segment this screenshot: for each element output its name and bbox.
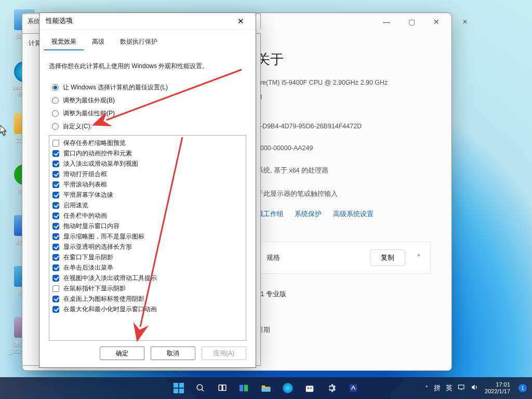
checklist-item[interactable]: 在窗口下显示阴影 xyxy=(52,252,243,262)
windows-spec-row[interactable]: 规格 复制 ˄ xyxy=(257,242,431,274)
svg-rect-11 xyxy=(244,385,248,392)
volume-icon[interactable] xyxy=(471,384,478,392)
device-id-value: 3-D9B4-4D79-95D6-26B914F4472D xyxy=(257,123,431,130)
dialog-title: 性能选项 xyxy=(46,17,73,25)
radio-label: 自定义(C): xyxy=(63,122,92,131)
store-button[interactable] xyxy=(300,379,319,397)
windows-edition-value: 11 专业版 xyxy=(257,289,431,299)
radio-label: 调整为最佳外观(B) xyxy=(63,96,115,105)
cancel-button[interactable]: 取消 xyxy=(151,347,195,360)
radio-icon xyxy=(52,110,59,117)
copy-button[interactable]: 复制 xyxy=(370,249,405,266)
system-tray[interactable]: ˄ 拼 英 xyxy=(425,383,478,393)
checklist-item[interactable]: 在单击后淡出菜单 xyxy=(52,262,243,273)
checklist-item[interactable]: 拖动时显示窗口内容 xyxy=(52,221,243,231)
explorer-button[interactable] xyxy=(257,379,275,397)
checklist-item[interactable]: 平滑滚动列表框 xyxy=(52,179,243,190)
settings-gear-button[interactable] xyxy=(322,379,341,397)
svg-point-6 xyxy=(197,384,203,390)
radio-best-performance[interactable]: 调整为最佳性能(P) xyxy=(52,109,246,118)
link-system-protection[interactable]: 系统保护 xyxy=(295,210,322,218)
ok-button[interactable]: 确定 xyxy=(100,347,144,360)
checklist-item-label: 滑动打开组合框 xyxy=(63,169,107,179)
link-advanced-system-settings[interactable]: 高级系统设置 xyxy=(333,210,374,218)
ime-indicator-1[interactable]: 拼 xyxy=(434,383,441,393)
checklist-item[interactable]: 显示缩略图，而不是显示图标 xyxy=(52,231,243,242)
close-icon[interactable]: ✕ xyxy=(457,18,473,25)
close-button[interactable]: ✕ xyxy=(425,15,447,29)
visual-effects-checklist[interactable]: 保存任务栏缩略图预览窗口内的动画控件和元素淡入淡出或滑动菜单到视图滑动打开组合框… xyxy=(49,135,246,341)
checklist-item[interactable]: 在最大化和最小化时显示窗口动画 xyxy=(52,304,243,314)
checklist-item-label: 在最大化和最小化时显示窗口动画 xyxy=(63,304,157,314)
checklist-item[interactable]: 滑动打开组合框 xyxy=(52,169,243,179)
checklist-item[interactable]: 启用速览 xyxy=(52,200,243,210)
maximize-button[interactable]: ▢ xyxy=(401,15,422,29)
checklist-item[interactable]: 平滑屏幕字体边缘 xyxy=(52,190,243,200)
svg-rect-14 xyxy=(308,387,310,389)
checklist-item[interactable]: 在桌面上为图标标签使用阴影 xyxy=(52,294,243,304)
checkbox-icon xyxy=(52,192,59,198)
network-icon[interactable] xyxy=(458,384,466,392)
radio-label: 让 Windows 选择计算机的最佳设置(L) xyxy=(63,83,168,92)
checklist-item-label: 启用速览 xyxy=(63,201,88,210)
checklist-item-label: 平滑滚动列表框 xyxy=(63,180,107,189)
checkbox-icon xyxy=(52,306,59,313)
checklist-item[interactable]: 窗口内的动画控件和元素 xyxy=(52,148,243,158)
tab-visual-effects[interactable]: 视觉效果 xyxy=(44,34,84,50)
performance-options-titlebar[interactable]: 性能选项 ✕ xyxy=(39,13,256,30)
checkbox-icon xyxy=(52,150,59,157)
checklist-item[interactable]: 任务栏中的动画 xyxy=(52,210,243,221)
edge-button[interactable] xyxy=(278,379,297,397)
checkbox-icon xyxy=(52,140,59,147)
apply-button[interactable]: 应用(A) xyxy=(202,347,246,360)
pen-touch-value: 于此显示器的笔或触控输入 xyxy=(257,190,431,198)
taskbar-right: ˄ 拼 英 17:01 2022/1/17 1 xyxy=(425,381,527,395)
instruction-text: 选择你想在此计算机上使用的 Windows 外观和性能设置。 xyxy=(49,62,246,71)
checklist-item-label: 窗口内的动画控件和元素 xyxy=(63,149,132,158)
tab-advanced[interactable]: 高级 xyxy=(84,34,112,50)
clock[interactable]: 17:01 2022/1/17 xyxy=(485,381,510,395)
checklist-item-label: 拖动时显示窗口内容 xyxy=(63,221,119,231)
checklist-item-label: 在桌面上为图标标签使用阴影 xyxy=(63,294,144,303)
radio-let-windows-choose[interactable]: 让 Windows 选择计算机的最佳设置(L) xyxy=(52,83,246,92)
ram-value: M xyxy=(257,94,431,101)
widgets-button[interactable] xyxy=(235,379,254,397)
checkbox-icon xyxy=(52,254,59,261)
taskbar-center xyxy=(169,379,363,397)
minimize-button[interactable]: — xyxy=(376,15,397,29)
performance-options-dialog: 性能选项 ✕ 视觉效果 高级 数据执行保护 选择你想在此计算机上使用的 Wind… xyxy=(39,12,256,368)
checklist-item[interactable]: 淡入淡出或滑动菜单到视图 xyxy=(52,158,243,169)
svg-rect-12 xyxy=(262,388,271,392)
svg-rect-15 xyxy=(310,387,312,389)
checklist-item-label: 平滑屏幕字体边缘 xyxy=(63,190,113,200)
chevron-up-icon[interactable]: ˄ xyxy=(425,384,429,392)
svg-rect-5 xyxy=(179,389,184,393)
checklist-item[interactable]: 显示亚透明的选择长方形 xyxy=(52,242,243,252)
checklist-item-label: 在视图中淡入淡出或滑动工具提示 xyxy=(63,273,157,283)
system-type-value: 系统, 基于 x64 的处理器 xyxy=(257,166,431,175)
tab-dep[interactable]: 数据执行保护 xyxy=(112,34,165,50)
svg-rect-17 xyxy=(459,385,464,389)
dialog-button-row: 确定 取消 应用(A) xyxy=(100,347,246,360)
radio-custom[interactable]: 自定义(C): xyxy=(52,122,246,131)
checklist-item[interactable]: 在视图中淡入淡出或滑动工具提示 xyxy=(52,273,243,283)
task-view-button[interactable] xyxy=(213,379,232,397)
svg-line-7 xyxy=(202,389,204,391)
start-button[interactable] xyxy=(169,379,188,397)
checkbox-icon xyxy=(52,285,59,292)
checklist-item-label: 在窗口下显示阴影 xyxy=(63,252,113,262)
checklist-item[interactable]: 在鼠标指针下显示阴影 xyxy=(52,283,243,294)
checklist-item[interactable]: 保存任务栏缩略图预览 xyxy=(52,138,243,148)
date-value: 2022/1/17 xyxy=(485,388,510,395)
app-icon[interactable] xyxy=(344,379,363,397)
notification-badge[interactable]: 1 xyxy=(518,384,527,392)
radio-icon xyxy=(52,84,59,91)
radio-best-appearance[interactable]: 调整为最佳外观(B) xyxy=(52,96,246,105)
ime-indicator-2[interactable]: 英 xyxy=(446,383,453,393)
search-button[interactable] xyxy=(191,379,210,397)
svg-rect-2 xyxy=(174,383,178,388)
checkbox-icon xyxy=(52,264,59,271)
checkbox-icon xyxy=(52,181,59,188)
close-button[interactable]: ✕ xyxy=(232,15,249,28)
time-value: 17:01 xyxy=(485,381,510,388)
